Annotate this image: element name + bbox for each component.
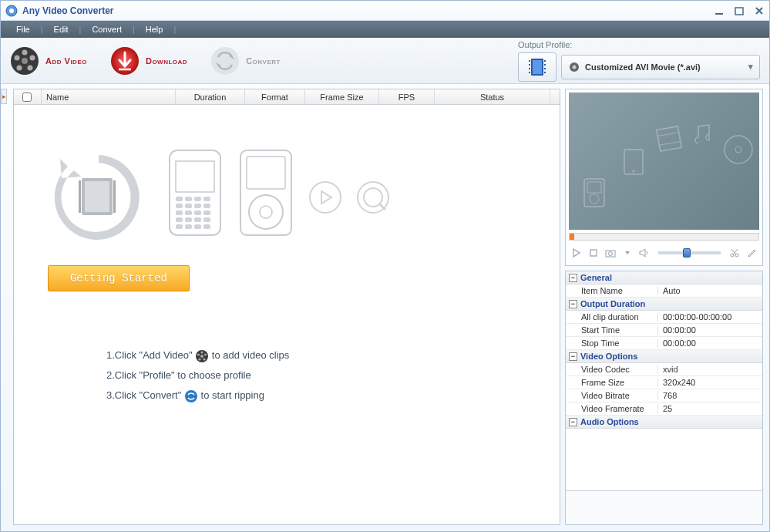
film-icon	[526, 56, 548, 78]
expand-left-panel-button[interactable]: ▸	[1, 89, 7, 104]
section-output-duration[interactable]: −Output Duration	[566, 298, 762, 311]
svg-rect-24	[544, 68, 546, 69]
download-icon	[110, 46, 140, 76]
th-fps[interactable]: FPS	[379, 89, 435, 104]
svg-point-57	[260, 206, 272, 218]
add-video-label: Add Video	[45, 56, 87, 66]
menu-file[interactable]: File	[5, 25, 41, 34]
output-profile-label: Output Profile:	[518, 40, 760, 49]
profile-icon-button[interactable]	[518, 52, 556, 82]
preview-box	[565, 89, 763, 266]
volume-thumb[interactable]	[683, 248, 691, 258]
film-reel-icon	[10, 46, 39, 76]
timeline-position[interactable]	[570, 234, 574, 240]
convert-label: Convert	[246, 56, 281, 66]
svg-rect-38	[176, 204, 183, 208]
svg-point-12	[15, 55, 20, 60]
svg-point-67	[197, 353, 200, 355]
section-audio-options[interactable]: −Audio Options	[566, 416, 762, 429]
settings-button[interactable]	[745, 247, 758, 259]
play-button[interactable]	[570, 247, 583, 259]
volume-slider[interactable]	[658, 251, 721, 254]
svg-line-75	[657, 133, 679, 136]
section-video-options[interactable]: −Video Options	[566, 350, 762, 363]
ipod-watermark-icon	[583, 177, 606, 208]
phone-icon	[166, 147, 224, 247]
profile-value: Customized AVI Movie (*.avi)	[585, 62, 701, 72]
svg-rect-23	[544, 64, 546, 66]
menu-edit[interactable]: Edit	[43, 25, 79, 34]
svg-rect-3	[735, 8, 743, 15]
svg-rect-49	[203, 217, 210, 222]
svg-point-66	[199, 358, 201, 360]
svg-point-63	[201, 351, 203, 353]
table-header: Name Duration Format Frame Size FPS Stat…	[14, 89, 560, 105]
svg-rect-18	[529, 60, 530, 62]
svg-rect-55	[247, 157, 285, 189]
snapshot-button[interactable]	[604, 247, 617, 259]
collapse-icon: −	[569, 274, 577, 282]
getting-started-button[interactable]: Getting Started	[48, 265, 190, 291]
expand-icon: −	[569, 418, 577, 426]
menubar: File | Edit | Convert | Help |	[1, 21, 769, 38]
menu-convert[interactable]: Convert	[81, 25, 133, 34]
maximize-button[interactable]	[734, 5, 745, 16]
empty-state: Getting Started 1.Click "Add Video" to a…	[14, 105, 560, 524]
th-name[interactable]: Name	[42, 89, 176, 104]
th-format[interactable]: Format	[245, 89, 305, 104]
music-watermark-icon	[691, 123, 714, 150]
ipod-icon	[237, 147, 294, 247]
chevron-down-icon: ▾	[748, 62, 753, 72]
instruction-2: 2.Click "Profile" to choose profile	[106, 365, 289, 386]
prop-frame-size[interactable]: Frame Size320x240	[566, 376, 762, 389]
convert-button[interactable]: Convert	[210, 46, 281, 76]
download-label: Download	[146, 56, 187, 66]
convert-inline-icon	[184, 389, 198, 403]
film-reel-icon	[195, 349, 209, 363]
close-button[interactable]	[754, 5, 765, 16]
snapshot-menu-button[interactable]	[621, 247, 634, 259]
section-general[interactable]: −General	[566, 271, 762, 285]
th-spacer	[550, 89, 560, 104]
svg-line-76	[659, 141, 681, 145]
volume-button[interactable]	[638, 247, 651, 259]
svg-rect-53	[203, 224, 210, 229]
svg-rect-34	[176, 197, 183, 201]
svg-rect-36	[194, 197, 201, 201]
properties-panel: −General Item NameAuto −Output Duration …	[565, 271, 763, 525]
svg-rect-40	[194, 204, 201, 208]
properties-scroll[interactable]: −General Item NameAuto −Output Duration …	[566, 271, 762, 490]
download-button[interactable]: Download	[110, 46, 187, 76]
prop-stop-time[interactable]: Stop Time00:00:00	[566, 337, 762, 350]
titlebar: Any Video Converter	[1, 1, 769, 21]
svg-rect-50	[176, 224, 183, 229]
add-video-button[interactable]: Add Video	[10, 46, 87, 76]
th-duration[interactable]: Duration	[176, 89, 245, 104]
svg-point-71	[590, 194, 599, 204]
svg-rect-17	[533, 60, 542, 74]
th-frame-size[interactable]: Frame Size	[305, 89, 379, 104]
preview-screen	[569, 93, 759, 230]
menu-help[interactable]: Help	[135, 25, 174, 34]
svg-rect-37	[203, 197, 210, 201]
minimize-button[interactable]	[714, 5, 725, 16]
prop-item-name[interactable]: Item NameAuto	[566, 285, 762, 298]
instructions: 1.Click "Add Video" to add video clips 2…	[106, 345, 289, 406]
svg-rect-31	[113, 180, 116, 213]
stop-button[interactable]	[587, 247, 600, 259]
prop-all-clip-duration[interactable]: All clip duration00:00:00-00:00:00	[566, 311, 762, 324]
th-status[interactable]: Status	[435, 89, 550, 104]
prop-video-framerate[interactable]: Video Framerate25	[566, 402, 762, 416]
prop-start-time[interactable]: Start Time00:00:00	[566, 324, 762, 337]
prop-video-codec[interactable]: Video Codecxvid	[566, 363, 762, 376]
select-all-checkbox[interactable]	[22, 93, 32, 102]
content-area: ▸ Name Duration Format Frame Size FPS St…	[1, 84, 769, 531]
svg-rect-54	[240, 150, 291, 235]
prop-video-bitrate[interactable]: Video Bitrate768	[566, 389, 762, 402]
timeline[interactable]	[569, 233, 759, 241]
cut-button[interactable]	[728, 247, 741, 259]
svg-rect-19	[529, 64, 530, 66]
instruction-1: 1.Click "Add Video" to add video clips	[106, 345, 289, 365]
th-checkbox[interactable]	[14, 89, 42, 104]
profile-dropdown[interactable]: Customized AVI Movie (*.avi) ▾	[561, 55, 760, 79]
